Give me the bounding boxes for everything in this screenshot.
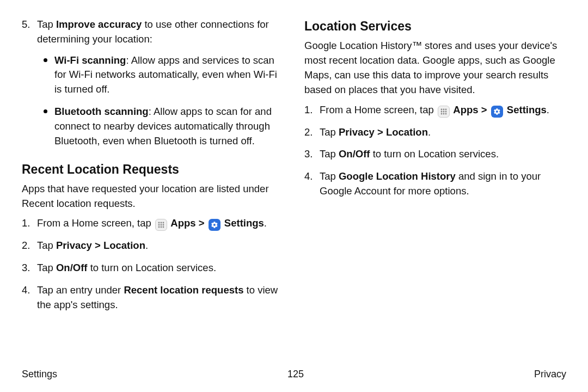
bold-text: Improve accuracy <box>56 19 142 30</box>
apps-icon <box>155 219 167 231</box>
list-item: 3. Tap On/Off to turn on Location servic… <box>320 147 566 162</box>
section-intro: Apps that have requested your location a… <box>22 182 284 211</box>
section-intro: Google Location History™ stores and uses… <box>304 39 566 97</box>
list-item: 3. Tap On/Off to turn on Location servic… <box>37 261 284 275</box>
svg-point-7 <box>160 226 162 228</box>
step-list: 1. From a Home screen, tap Apps > Settin… <box>22 216 284 312</box>
list-item: Bluetooth scanning: Allow apps to scan f… <box>54 105 284 148</box>
bold-text: Wi-Fi scanning <box>54 54 126 66</box>
settings-icon <box>491 106 503 118</box>
num-marker: 1. <box>304 103 313 118</box>
svg-point-14 <box>445 111 446 112</box>
text: . <box>145 240 148 251</box>
section-heading: Location Services <box>304 17 566 35</box>
bold-text: Google Location History <box>339 170 456 182</box>
text: Tap an entry under <box>37 284 124 296</box>
list-item: 4. Tap an entry under Recent location re… <box>37 283 284 313</box>
list-item: 1. From a Home screen, tap Apps > Settin… <box>320 103 566 118</box>
svg-point-0 <box>158 222 160 224</box>
bold-text: On/Off <box>56 262 88 273</box>
page-footer: Settings 125 Privacy <box>22 367 566 381</box>
list-item: 5. Tap Improve accuracy to use other con… <box>37 17 284 149</box>
text: Tap <box>37 262 56 273</box>
svg-point-4 <box>160 224 162 226</box>
svg-point-1 <box>160 222 162 224</box>
svg-point-5 <box>162 224 164 226</box>
footer-left: Settings <box>22 367 57 381</box>
text: From a Home screen, tap <box>37 217 154 229</box>
svg-point-10 <box>443 108 444 110</box>
list-item: 2. Tap Privacy > Location. <box>37 238 284 253</box>
text: Tap <box>37 240 56 251</box>
step-list-top: 5. Tap Improve accuracy to use other con… <box>22 17 284 149</box>
list-item: 2. Tap Privacy > Location. <box>320 125 566 140</box>
step-list: 1. From a Home screen, tap Apps > Settin… <box>304 103 566 199</box>
page-content: 5. Tap Improve accuracy to use other con… <box>22 17 566 355</box>
text: Tap <box>320 148 339 160</box>
num-marker: 2. <box>22 238 30 253</box>
bold-text: Settings <box>222 217 264 229</box>
num-marker: 3. <box>22 261 30 275</box>
svg-point-8 <box>162 226 164 228</box>
apps-icon <box>438 106 450 118</box>
left-column: 5. Tap Improve accuracy to use other con… <box>22 17 284 355</box>
svg-point-11 <box>445 108 446 110</box>
section-heading: Recent Location Requests <box>22 161 284 179</box>
num-marker: 4. <box>22 283 30 298</box>
num-marker: 3. <box>304 147 313 162</box>
footer-right: Privacy <box>534 367 566 381</box>
bold-text: Recent location requests <box>124 284 243 296</box>
svg-point-16 <box>443 113 444 114</box>
text: . <box>264 217 267 229</box>
bold-text: Bluetooth scanning <box>54 106 149 117</box>
text: . <box>547 104 549 115</box>
svg-point-13 <box>443 111 444 112</box>
num-marker: 1. <box>22 216 30 231</box>
footer-page-number: 125 <box>287 367 304 381</box>
svg-point-12 <box>440 111 442 112</box>
svg-point-15 <box>440 113 442 114</box>
svg-point-6 <box>158 226 160 228</box>
bold-text: Privacy > Location <box>56 240 145 251</box>
settings-icon <box>209 219 220 231</box>
list-item: 4. Tap Google Location History and sign … <box>320 169 566 199</box>
sub-bullet-list: Wi-Fi scanning: Allow apps and services … <box>37 53 284 149</box>
text: From a Home screen, tap <box>320 104 437 115</box>
text: Tap <box>320 126 339 138</box>
num-marker: 5. <box>22 17 30 32</box>
text: to turn on Location services. <box>370 148 499 160</box>
bold-text: > <box>479 104 490 115</box>
bold-text: Settings <box>504 104 547 115</box>
list-item: Wi-Fi scanning: Allow apps and services … <box>54 53 284 97</box>
svg-point-3 <box>158 224 160 226</box>
svg-point-17 <box>445 113 446 114</box>
bold-text: Apps <box>451 104 479 115</box>
num-marker: 2. <box>304 125 313 140</box>
svg-point-9 <box>440 108 442 110</box>
num-marker: 4. <box>304 169 313 184</box>
bold-text: Apps <box>168 217 196 229</box>
text: to turn on Location services. <box>88 262 217 273</box>
text: . <box>428 126 431 138</box>
text: Tap <box>320 170 339 182</box>
bold-text: > <box>196 217 207 229</box>
svg-point-2 <box>162 222 164 224</box>
bold-text: Privacy > Location <box>339 126 428 138</box>
bold-text: On/Off <box>339 148 370 160</box>
text: Tap <box>37 19 56 30</box>
list-item: 1. From a Home screen, tap Apps > Settin… <box>37 216 284 231</box>
right-column: Location Services Google Location Histor… <box>304 17 566 355</box>
